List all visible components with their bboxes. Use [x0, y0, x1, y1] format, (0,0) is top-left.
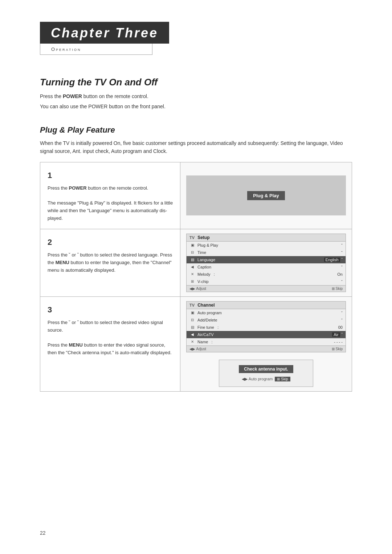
step-1-number: 1 — [48, 169, 173, 182]
setup-item-caption: ◀ Caption ˘ — [187, 263, 346, 271]
channel-icon-adddelete: ⊟ — [189, 317, 195, 323]
setup-icon-time: ⊟ — [189, 250, 195, 255]
step-1-row: 1 Press the POWER button on the remote c… — [40, 162, 352, 229]
channel-icon-finetune: ▤ — [189, 324, 195, 330]
setup-item-time: ⊟ Time ˘ — [187, 249, 346, 256]
operation-label: Operation — [51, 46, 81, 52]
step-1-right: Plug & Play — [180, 162, 352, 229]
channel-icon-autoprogram: ▣ — [189, 310, 195, 316]
setup-icon-caption: ◀ — [189, 264, 195, 270]
section2-body: When the TV is initially powered On, fiv… — [40, 139, 352, 155]
channel-menu-footer: ◀▶ Adjust ⊞ Skip — [187, 345, 346, 352]
channel-icon-aircatv: ◀ — [189, 332, 195, 337]
setup-item-vchip: ⊞ V-chip ˘ — [187, 278, 346, 285]
step-1-text-a: Press the POWER button on the remote con… — [48, 185, 173, 192]
setup-footer-adjust: ◀▶ Adjust — [189, 287, 206, 291]
section1-heading: Turning the TV On and Off — [40, 77, 352, 88]
step-3-right: TV Channel ▣ Auto program ˘ ⊟ Add/Delete… — [180, 297, 352, 391]
step-3-text-b: Press the MENU button to enter the video… — [48, 341, 173, 357]
step-2-row: 2 Press the ˘ or ˆ button to select the … — [40, 229, 352, 297]
section1-line2: You can also use the POWER button on the… — [40, 102, 352, 110]
step-1-left: 1 Press the POWER button on the remote c… — [40, 162, 180, 229]
channel-item-adddelete: ⊟ Add/Delete ˘ — [187, 316, 346, 324]
channel-menu: TV Channel ▣ Auto program ˘ ⊟ Add/Delete… — [186, 301, 346, 352]
setup-menu-header: TV Setup — [187, 234, 346, 242]
antenna-auto-program: ◀▶ Auto program — [242, 377, 273, 381]
check-antenna-button: Check antenna input. — [239, 365, 293, 373]
step-2-right: TV Setup ▣ Plug & Play ˘ ⊟ Time ˘ ▤ — [180, 229, 352, 296]
steps-wrapper: 1 Press the POWER button on the remote c… — [40, 162, 352, 392]
channel-item-autoprogram: ▣ Auto program ˘ — [187, 309, 346, 316]
channel-footer-skip: ⊞ Skip — [332, 347, 343, 351]
setup-icon-melody: ✕ — [189, 271, 195, 277]
channel-item-name: ✕ Name : - - - - — [187, 338, 346, 345]
step-2-left: 2 Press the ˘ or ˆ button to select the … — [40, 229, 180, 296]
setup-menu: TV Setup ▣ Plug & Play ˘ ⊟ Time ˘ ▤ — [186, 234, 346, 292]
antenna-box: Check antenna input. ◀▶ Auto program ⊞ S… — [219, 360, 313, 387]
antenna-skip: ⊞ Skip — [275, 377, 290, 381]
chapter-title: Chapter Three — [51, 25, 158, 40]
setup-icon-vchip: ⊞ — [189, 279, 195, 284]
plug-play-button-label: Plug & Play — [247, 191, 285, 200]
channel-icon-name: ✕ — [189, 339, 195, 345]
channel-item-aircatv: ◀ Air/CaTV Air ˘ — [187, 331, 346, 338]
section2-heading: Plug & Play Feature — [40, 125, 352, 135]
step-2-text: Press the ˘ or ˆ button to select the de… — [48, 251, 173, 274]
step-2-number: 2 — [48, 236, 173, 248]
setup-item-melody: ✕ Melody : On — [187, 271, 346, 278]
setup-item-language: ▤ Language English ˘ — [187, 256, 346, 263]
step-3-number: 3 — [48, 303, 173, 316]
setup-footer-skip: ⊞ Skip — [332, 287, 343, 291]
setup-icon-language: ▤ — [189, 257, 195, 263]
step-3-left: 3 Press the ˘ or ˆ button to select the … — [40, 297, 180, 391]
step-1-screen: Plug & Play — [186, 175, 346, 215]
channel-tv-label: TV — [189, 303, 195, 307]
step-3-text-a: Press the ˘ or ˆ button to select the de… — [48, 319, 173, 334]
chapter-header-block: Chapter Three — [40, 22, 169, 44]
section1-line1: Press the POWER button on the remote con… — [40, 92, 352, 100]
setup-menu-footer: ◀▶ Adjust ⊞ Skip — [187, 285, 346, 292]
channel-item-finetune: ▤ Fine tune : 00 — [187, 324, 346, 331]
page-number: 22 — [40, 530, 46, 536]
setup-tv-label: TV — [189, 235, 195, 240]
channel-menu-title: Channel — [197, 303, 215, 308]
step-3-row: 3 Press the ˘ or ˆ button to select the … — [40, 297, 352, 391]
step-1-text-b: The message "Plug & Play" is displayed. … — [48, 199, 173, 222]
setup-menu-title: Setup — [197, 235, 209, 240]
setup-item-plugplay: ▣ Plug & Play ˘ — [187, 242, 346, 249]
antenna-footer: ◀▶ Auto program ⊞ Skip — [242, 377, 290, 381]
channel-menu-header: TV Channel — [187, 302, 346, 309]
setup-icon-plugplay: ▣ — [189, 242, 195, 248]
operation-bar: Operation — [40, 44, 152, 55]
channel-footer-adjust: ◀▶ Adjust — [189, 347, 206, 351]
